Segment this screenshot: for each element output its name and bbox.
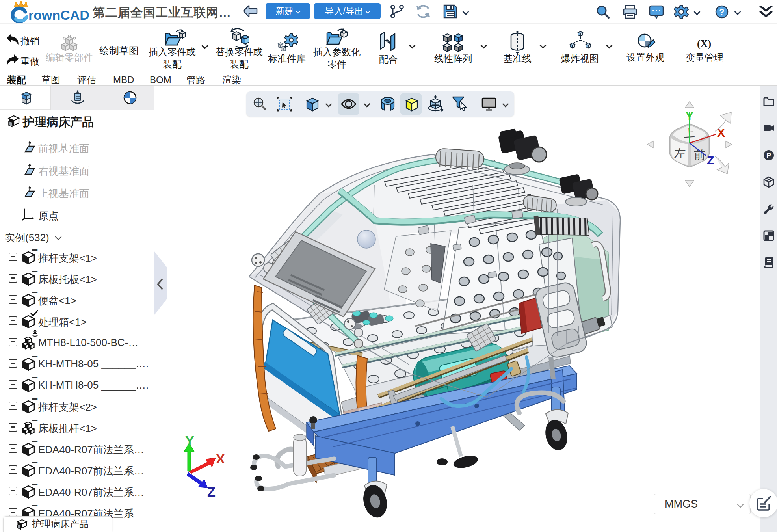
svg-text:X: X — [717, 126, 725, 139]
svg-text:前: 前 — [694, 148, 706, 161]
svg-text:左: 左 — [674, 147, 686, 160]
svg-text:?: ? — [719, 7, 724, 17]
svg-text:Y: Y — [686, 110, 693, 123]
svg-text:rownCAD: rownCAD — [28, 7, 89, 22]
svg-text:Z: Z — [207, 484, 216, 499]
svg-text:Y: Y — [185, 433, 194, 448]
svg-text:P: P — [766, 152, 771, 160]
svg-text:X: X — [216, 451, 225, 466]
svg-text:Z: Z — [707, 154, 714, 167]
